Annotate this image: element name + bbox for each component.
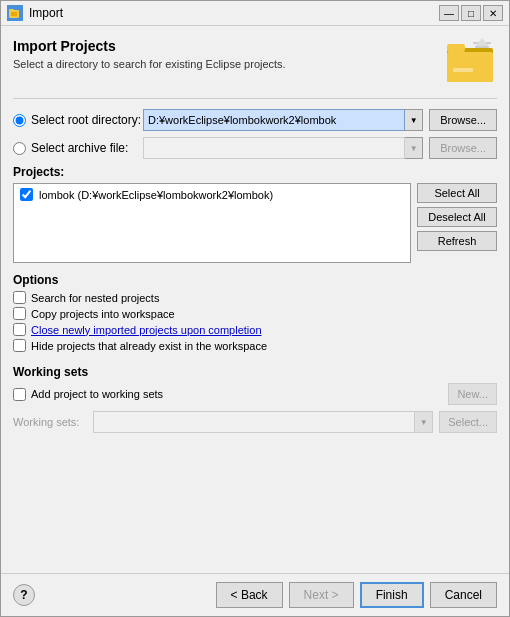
help-button[interactable]: ? [13, 584, 35, 606]
working-sets-label: Working sets [13, 365, 497, 379]
svg-rect-4 [447, 44, 465, 52]
window-icon [7, 5, 23, 21]
root-directory-radio[interactable] [13, 114, 26, 127]
option-copy-projects: Copy projects into workspace [13, 307, 497, 320]
select-all-button[interactable]: Select All [417, 183, 497, 203]
add-to-working-sets-checkbox[interactable] [13, 388, 26, 401]
projects-list[interactable]: lombok (D:¥workEclipse¥lombokwork2¥lombo… [13, 183, 411, 263]
root-directory-row: Select root directory: ▼ Browse... [13, 109, 497, 131]
archive-file-radio[interactable] [13, 142, 26, 155]
root-browse-button[interactable]: Browse... [429, 109, 497, 131]
dialog-subtitle: Select a directory to search for existin… [13, 58, 437, 70]
working-sets-combo-label: Working sets: [13, 416, 93, 428]
archive-file-input [143, 137, 405, 159]
root-directory-label: Select root directory: [31, 113, 141, 127]
nested-projects-checkbox[interactable] [13, 291, 26, 304]
cancel-button[interactable]: Cancel [430, 582, 497, 608]
copy-projects-label: Copy projects into workspace [31, 308, 175, 320]
new-working-set-button: New... [448, 383, 497, 405]
project-name: lombok (D:¥workEclipse¥lombokwork2¥lombo… [39, 189, 273, 201]
projects-label: Projects: [13, 165, 497, 179]
root-directory-combo-container: ▼ [143, 109, 423, 131]
back-button[interactable]: < Back [216, 582, 283, 608]
titlebar: Import — □ ✕ [1, 1, 509, 26]
hide-existing-checkbox[interactable] [13, 339, 26, 352]
archive-combo-container: ▼ [143, 137, 423, 159]
window-title: Import [29, 6, 439, 20]
archive-file-row: Select archive file: ▼ Browse... [13, 137, 497, 159]
header-separator [13, 98, 497, 99]
options-section: Options Search for nested projects Copy … [13, 273, 497, 355]
project-checkbox[interactable] [20, 188, 33, 201]
import-dialog: Import — □ ✕ Import Projects Select a di… [0, 0, 510, 617]
svg-rect-2 [11, 12, 17, 16]
header-section: Import Projects Select a directory to se… [13, 38, 497, 86]
folder-illustration [445, 38, 497, 86]
root-directory-input[interactable] [143, 109, 405, 131]
next-button: Next > [289, 582, 354, 608]
archive-dropdown-arrow: ▼ [405, 137, 423, 159]
archive-file-radio-label[interactable]: Select archive file: [13, 141, 143, 155]
working-sets-section: Working sets Add project to working sets… [13, 365, 497, 433]
svg-rect-6 [453, 68, 473, 72]
root-directory-radio-label[interactable]: Select root directory: [13, 113, 143, 127]
option-nested-projects: Search for nested projects [13, 291, 497, 304]
deselect-all-button[interactable]: Deselect All [417, 207, 497, 227]
select-working-set-button: Select... [439, 411, 497, 433]
option-hide-existing: Hide projects that already exist in the … [13, 339, 497, 352]
add-to-working-sets-label: Add project to working sets [31, 388, 163, 400]
svg-rect-1 [9, 9, 14, 12]
copy-projects-checkbox[interactable] [13, 307, 26, 320]
projects-section: Projects: lombok (D:¥workEclipse¥lombokw… [13, 165, 497, 273]
list-item: lombok (D:¥workEclipse¥lombokwork2¥lombo… [16, 186, 408, 203]
working-sets-dropdown-arrow: ▼ [415, 411, 433, 433]
projects-buttons: Select All Deselect All Refresh [417, 183, 497, 263]
archive-file-label: Select archive file: [31, 141, 128, 155]
content-area: Import Projects Select a directory to se… [1, 26, 509, 573]
close-button[interactable]: ✕ [483, 5, 503, 21]
svg-rect-8 [475, 46, 489, 48]
close-imported-checkbox[interactable] [13, 323, 26, 336]
projects-area: lombok (D:¥workEclipse¥lombokwork2¥lombo… [13, 183, 497, 263]
hide-existing-label: Hide projects that already exist in the … [31, 340, 267, 352]
minimize-button[interactable]: — [439, 5, 459, 21]
add-to-working-sets-row: Add project to working sets New... [13, 383, 497, 405]
root-directory-dropdown-arrow[interactable]: ▼ [405, 109, 423, 131]
archive-browse-button: Browse... [429, 137, 497, 159]
working-sets-combo-row: Working sets: ▼ Select... [13, 411, 497, 433]
refresh-button[interactable]: Refresh [417, 231, 497, 251]
close-imported-label: Close newly imported projects upon compl… [31, 324, 262, 336]
bottom-bar: ? < Back Next > Finish Cancel [1, 573, 509, 616]
options-label: Options [13, 273, 497, 287]
titlebar-buttons: — □ ✕ [439, 5, 503, 21]
nested-projects-label: Search for nested projects [31, 292, 159, 304]
header-text: Import Projects Select a directory to se… [13, 38, 437, 70]
dialog-title: Import Projects [13, 38, 437, 54]
finish-button[interactable]: Finish [360, 582, 424, 608]
working-sets-combo [93, 411, 415, 433]
svg-rect-5 [447, 52, 493, 82]
option-close-imported: Close newly imported projects upon compl… [13, 323, 497, 336]
maximize-button[interactable]: □ [461, 5, 481, 21]
